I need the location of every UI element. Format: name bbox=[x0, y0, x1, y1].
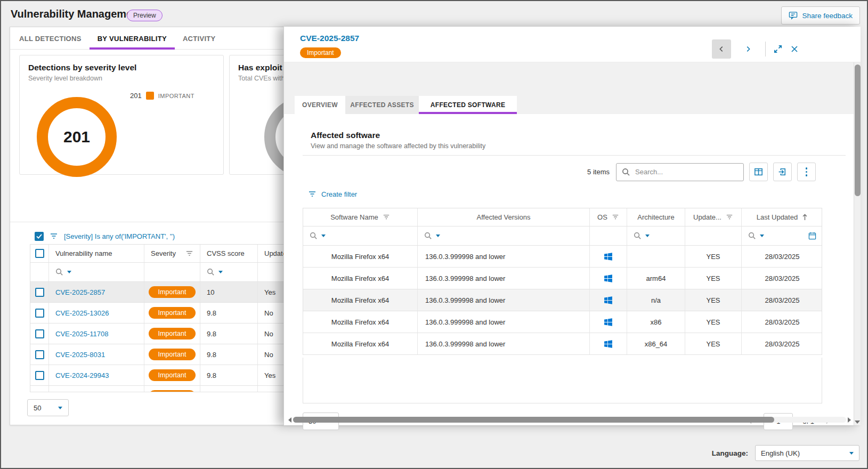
software-row[interactable]: Mozilla Firefox x64 136.0.3.999998 and l… bbox=[303, 268, 822, 289]
search-box[interactable] bbox=[616, 163, 744, 181]
severity-badge: Important bbox=[149, 307, 196, 319]
vulnerability-link[interactable]: CVE-2025-8031 bbox=[55, 351, 105, 359]
date-search-cell[interactable] bbox=[748, 232, 764, 240]
column-filter-icon[interactable] bbox=[726, 214, 733, 221]
vertical-scroll-thumb[interactable] bbox=[855, 64, 861, 196]
search-options-caret[interactable] bbox=[321, 234, 326, 237]
vulnerability-link[interactable]: CVE-2025-11708 bbox=[55, 330, 109, 338]
row-checkbox[interactable] bbox=[35, 392, 44, 393]
cvss-value: 10 bbox=[200, 282, 258, 302]
software-row[interactable]: Mozilla Firefox x64 136.0.3.999998 and l… bbox=[303, 289, 822, 311]
windows-icon bbox=[604, 252, 613, 261]
tab-affected-software[interactable]: AFFECTED SOFTWARE bbox=[419, 96, 517, 114]
search-options-caret[interactable] bbox=[645, 234, 650, 237]
share-feedback-button[interactable]: Share feedback bbox=[781, 6, 860, 25]
update-flag: YES bbox=[685, 311, 742, 333]
search-options-caret[interactable] bbox=[218, 271, 223, 273]
update-flag: YES bbox=[685, 246, 742, 267]
chevron-down-icon bbox=[58, 407, 62, 409]
column-chooser-button[interactable] bbox=[749, 163, 768, 181]
search-options-caret[interactable] bbox=[67, 271, 71, 273]
filter-expression[interactable]: [Severity] Is any of('IMPORTANT', '') bbox=[64, 232, 175, 240]
search-options-caret[interactable] bbox=[436, 234, 440, 237]
row-checkbox[interactable] bbox=[35, 371, 44, 380]
items-count: 5 items bbox=[587, 168, 610, 176]
language-select[interactable]: English (UK) bbox=[755, 445, 859, 461]
cve-title-link[interactable]: CVE-2025-2857 bbox=[300, 34, 359, 43]
column-filter-icon[interactable] bbox=[612, 214, 619, 221]
column-update[interactable]: Update... bbox=[685, 208, 742, 226]
tab-overview[interactable]: OVERVIEW bbox=[295, 96, 345, 114]
drawer-tab-bar: OVERVIEW AFFECTED ASSETS AFFECTED SOFTWA… bbox=[295, 96, 517, 114]
cvss-search-cell[interactable] bbox=[207, 268, 223, 276]
tab-by-vulnerability[interactable]: BY VULNERABILITY bbox=[90, 27, 175, 50]
search-icon bbox=[622, 168, 630, 176]
vulnerability-link[interactable]: CVE-2025-2857 bbox=[55, 288, 105, 296]
tab-affected-assets[interactable]: AFFECTED ASSETS bbox=[345, 96, 419, 114]
sort-ascending-icon[interactable] bbox=[802, 214, 808, 221]
filter-checkbox[interactable] bbox=[35, 232, 44, 241]
column-os[interactable]: OS bbox=[590, 208, 627, 226]
column-architecture[interactable]: Architecture bbox=[627, 208, 685, 226]
vertical-scrollbar[interactable] bbox=[854, 62, 861, 425]
software-row[interactable]: Mozilla Firefox x64 136.0.3.999998 and l… bbox=[303, 311, 822, 333]
software-name: Mozilla Firefox x64 bbox=[303, 311, 418, 333]
column-affected-versions[interactable]: Affected Versions bbox=[418, 208, 590, 226]
search-options-caret[interactable] bbox=[760, 234, 764, 237]
vulnerability-link[interactable]: CVE-2025-13026 bbox=[55, 309, 109, 317]
last-updated: 28/03/2025 bbox=[742, 289, 823, 311]
column-severity[interactable]: Severity bbox=[144, 245, 200, 262]
search-input[interactable] bbox=[635, 168, 731, 176]
row-checkbox[interactable] bbox=[35, 329, 44, 338]
table-header-row: Software Name Affected Versions OS Archi… bbox=[303, 208, 822, 227]
feedback-icon bbox=[789, 11, 798, 20]
severity-badge: Important bbox=[149, 349, 196, 360]
card-title: Detections by severity level bbox=[28, 63, 136, 72]
scroll-right-arrow[interactable] bbox=[848, 417, 851, 423]
column-vulnerability-name[interactable]: Vulnerability name bbox=[49, 245, 144, 262]
tab-activity[interactable]: ACTIVITY bbox=[175, 27, 224, 50]
software-row[interactable]: Mozilla Firefox x64 136.0.3.999998 and l… bbox=[303, 333, 822, 355]
active-filter-bar: [Severity] Is any of('IMPORTANT', '') bbox=[35, 227, 175, 245]
scroll-left-arrow[interactable] bbox=[288, 417, 291, 423]
export-button[interactable] bbox=[773, 163, 792, 181]
create-filter-link[interactable]: Create filter bbox=[308, 190, 357, 198]
row-checkbox[interactable] bbox=[35, 350, 44, 359]
calendar-icon[interactable] bbox=[808, 232, 816, 240]
row-checkbox[interactable] bbox=[35, 309, 44, 318]
column-last-updated[interactable]: Last Updated bbox=[742, 208, 823, 226]
horizontal-scrollbar[interactable] bbox=[288, 416, 851, 423]
architecture: arm64 bbox=[627, 268, 685, 289]
column-filter-icon[interactable] bbox=[383, 214, 390, 221]
scroll-down-arrow[interactable] bbox=[855, 421, 860, 424]
software-name: Mozilla Firefox x64 bbox=[303, 333, 418, 354]
last-updated: 28/03/2025 bbox=[742, 333, 823, 354]
column-cvss-score[interactable]: CVSS score bbox=[200, 245, 258, 262]
name-search-cell[interactable] bbox=[55, 268, 71, 276]
last-updated: 28/03/2025 bbox=[742, 246, 823, 267]
row-checkbox[interactable] bbox=[35, 288, 44, 297]
software-row[interactable]: Mozilla Firefox x64 136.0.3.999998 and l… bbox=[303, 246, 822, 268]
previous-item-button[interactable] bbox=[712, 39, 731, 59]
page-size-select[interactable]: 50 bbox=[27, 399, 69, 416]
affected-versions: 136.0.3.999998 and lower bbox=[418, 333, 590, 354]
tab-all-detections[interactable]: ALL DETECTIONS bbox=[11, 27, 90, 50]
next-item-button[interactable] bbox=[739, 39, 758, 59]
column-filter-icon[interactable] bbox=[185, 250, 193, 257]
software-search-cell[interactable] bbox=[310, 232, 326, 240]
close-icon[interactable] bbox=[790, 45, 799, 53]
windows-icon bbox=[604, 296, 613, 305]
more-options-button[interactable] bbox=[797, 163, 816, 181]
expand-icon[interactable] bbox=[773, 44, 783, 54]
card-title: Has exploit bbox=[238, 63, 282, 72]
vulnerability-link[interactable]: CVE-2024-29943 bbox=[55, 371, 109, 379]
select-all-checkbox[interactable] bbox=[35, 249, 44, 258]
versions-search-cell[interactable] bbox=[424, 232, 440, 240]
horizontal-scroll-thumb[interactable] bbox=[293, 417, 774, 423]
column-software-name[interactable]: Software Name bbox=[303, 208, 418, 226]
architecture: n/a bbox=[627, 289, 685, 311]
affected-versions: 136.0.3.999998 and lower bbox=[418, 246, 590, 267]
affected-versions: 136.0.3.999998 and lower bbox=[418, 289, 590, 311]
preview-badge: Preview bbox=[127, 10, 163, 21]
architecture-search-cell[interactable] bbox=[634, 232, 650, 240]
